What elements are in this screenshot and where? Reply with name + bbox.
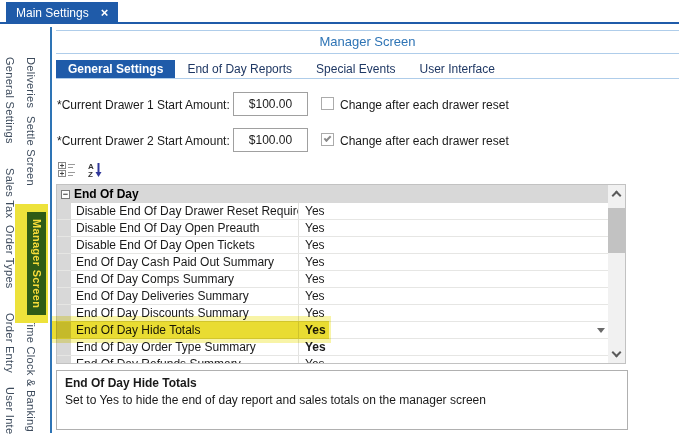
property-value[interactable]: Yes xyxy=(299,203,608,219)
property-name: Disable End Of Day Drawer Reset Required xyxy=(71,203,299,219)
drawer1-label: *Current Drawer 1 Start Amount: xyxy=(57,98,230,112)
settings-tab-strip: General Settings End of Day Reports Spec… xyxy=(56,60,507,78)
table-row[interactable]: End Of Day Comps Summary Yes xyxy=(57,271,608,288)
tab-end-of-day-reports[interactable]: End of Day Reports xyxy=(175,60,304,78)
table-row[interactable]: Disable End Of Day Drawer Reset Required… xyxy=(57,203,608,220)
property-name: End Of Day Hide Totals xyxy=(71,322,299,338)
property-value[interactable]: Yes xyxy=(299,254,608,270)
category-row-end-of-day[interactable]: − End Of Day xyxy=(57,185,608,203)
property-value[interactable]: Yes xyxy=(299,305,608,321)
table-row[interactable]: End Of Day Order Type Summary Yes xyxy=(57,339,608,356)
sidebar-item-time-clock-banking[interactable]: Time Clock & Banking xyxy=(25,318,37,432)
category-label: End Of Day xyxy=(74,187,139,201)
sidebar-item-deliveries[interactable]: Deliveries xyxy=(25,57,37,108)
sidebar: Deliveries General Settings Settle Scree… xyxy=(0,26,50,434)
drawer2-checkbox-label: Change after each drawer reset xyxy=(340,134,509,148)
svg-text:Z: Z xyxy=(88,170,93,178)
document-tab-main-settings[interactable]: Main Settings × xyxy=(6,2,118,23)
sidebar-item-settle-screen[interactable]: Settle Screen xyxy=(25,116,37,186)
vertical-scrollbar[interactable] xyxy=(608,185,625,363)
table-row[interactable]: End Of Day Cash Paid Out Summary Yes xyxy=(57,254,608,271)
header-top-rule xyxy=(56,30,679,31)
property-grid: − End Of Day Disable End Of Day Drawer R… xyxy=(56,184,626,364)
table-row[interactable]: Disable End Of Day Open Preauth Yes xyxy=(57,220,608,237)
property-value[interactable]: Yes xyxy=(299,271,608,287)
drawer1-amount-input[interactable] xyxy=(233,92,308,116)
document-tab-label: Main Settings xyxy=(16,6,89,20)
property-name: End Of Day Comps Summary xyxy=(71,271,299,287)
description-text: Set to Yes to hide the end of day report… xyxy=(65,393,619,407)
sidebar-item-manager-screen[interactable]: Manager Screen xyxy=(27,212,46,315)
tab-general-settings[interactable]: General Settings xyxy=(56,60,175,78)
drawer1-checkbox-label: Change after each drawer reset xyxy=(340,98,509,112)
property-description-panel: End Of Day Hide Totals Set to Yes to hid… xyxy=(56,370,628,430)
property-value[interactable]: Yes xyxy=(299,288,608,304)
property-value[interactable]: Yes xyxy=(299,339,608,355)
tab-strip-underline xyxy=(0,22,679,24)
main-settings-window: { "window": { "tab_title": "Main Setting… xyxy=(0,0,679,434)
header-bottom-rule xyxy=(56,53,679,54)
table-row-selected-hide-totals[interactable]: End Of Day Hide Totals Yes xyxy=(57,322,608,339)
dropdown-arrow-icon[interactable] xyxy=(597,328,605,333)
sidebar-item-general-settings[interactable]: General Settings xyxy=(4,57,16,144)
tab-special-events[interactable]: Special Events xyxy=(304,60,407,78)
close-icon[interactable]: × xyxy=(101,5,109,20)
property-name: End Of Day Order Type Summary xyxy=(71,339,299,355)
collapse-icon[interactable]: − xyxy=(61,190,70,199)
sidebar-item-user-interface[interactable]: User Interface xyxy=(4,387,16,434)
page-title: Manager Screen xyxy=(56,34,679,49)
property-value[interactable]: Yes xyxy=(299,322,608,338)
drawer2-label: *Current Drawer 2 Start Amount: xyxy=(57,134,230,148)
property-name: End Of Day Refunds Summary xyxy=(71,356,299,364)
property-grid-toolbar: A Z xyxy=(57,160,105,179)
property-value[interactable]: Yes xyxy=(299,237,608,253)
property-name: End Of Day Discounts Summary xyxy=(71,305,299,321)
table-row[interactable]: End Of Day Discounts Summary Yes xyxy=(57,305,608,322)
table-row[interactable]: End Of Day Deliveries Summary Yes xyxy=(57,288,608,305)
scrollbar-thumb[interactable] xyxy=(608,208,625,253)
property-name: Disable End Of Day Open Tickets xyxy=(71,237,299,253)
categorized-view-icon[interactable] xyxy=(57,160,77,179)
drawer2-amount-input[interactable] xyxy=(233,128,308,152)
drawer1-reset-checkbox[interactable] xyxy=(321,97,334,110)
tab-user-interface[interactable]: User Interface xyxy=(407,60,506,78)
sidebar-divider xyxy=(50,27,52,433)
scroll-up-icon[interactable] xyxy=(612,191,622,201)
table-row-clipped[interactable]: End Of Day Refunds Summary Yes xyxy=(57,356,608,364)
description-title: End Of Day Hide Totals xyxy=(65,376,619,390)
drawer2-reset-checkbox[interactable] xyxy=(321,133,334,146)
property-name: End Of Day Deliveries Summary xyxy=(71,288,299,304)
property-name: Disable End Of Day Open Preauth xyxy=(71,220,299,236)
checkmark-icon xyxy=(324,134,332,142)
tab-strip-bottom-rule xyxy=(56,78,679,79)
property-value[interactable]: Yes xyxy=(299,220,608,236)
table-row[interactable]: Disable End Of Day Open Tickets Yes xyxy=(57,237,608,254)
scroll-down-icon[interactable] xyxy=(612,348,622,358)
property-value[interactable]: Yes xyxy=(299,356,608,364)
property-name: End Of Day Cash Paid Out Summary xyxy=(71,254,299,270)
alphabetical-sort-icon[interactable]: A Z xyxy=(85,160,105,179)
